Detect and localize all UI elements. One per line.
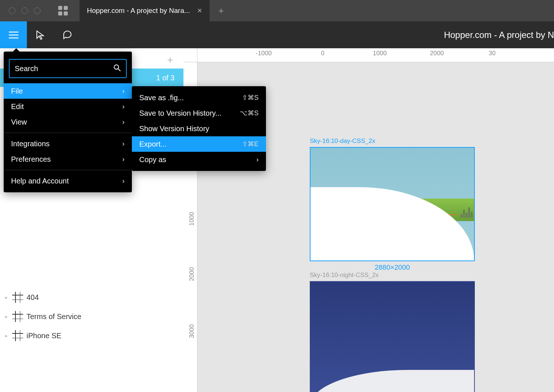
menu-search-wrap (4, 55, 132, 83)
chevron-right-icon: › (122, 155, 125, 163)
menu-item-label: File (11, 87, 23, 95)
add-page-button[interactable]: + (167, 54, 173, 66)
layers-list: ▸ 404 ▸ Terms of Service ▸ iPhone SE (0, 288, 183, 392)
frame-sky-day[interactable]: Sky-16:10-day-CSS_2x 2880×2000 (310, 147, 475, 261)
svg-point-3 (114, 65, 119, 69)
frame-label[interactable]: Sky-16:10-day-CSS_2x (310, 137, 375, 145)
menu-item-file[interactable]: File › (4, 83, 132, 99)
ruler-tick: 2000 (430, 50, 444, 57)
frame-icon (13, 312, 22, 321)
menu-item-label: Help and Account (11, 177, 69, 185)
submenu-item-label: Copy as (139, 155, 166, 164)
document-tab-title: Hopper.com - A project by Nara... (87, 7, 190, 15)
comment-icon (62, 30, 73, 40)
ruler-tick: 2000 (188, 267, 196, 281)
submenu-item-save-fig[interactable]: Save as .fig... ⇧⌘S (132, 90, 266, 105)
comment-tool-button[interactable] (54, 21, 81, 48)
menu-item-view[interactable]: View › (4, 114, 132, 130)
ruler-corner (183, 48, 197, 62)
layer-item[interactable]: ▸ 404 (0, 288, 183, 307)
keyboard-shortcut: ⇧⌘S (242, 94, 259, 102)
submenu-item-label: Export... (139, 140, 166, 148)
cursor-icon (36, 30, 45, 40)
submenu-item-copy-as[interactable]: Copy as › (132, 152, 266, 167)
file-submenu: Save as .fig... ⇧⌘S Save to Version Hist… (132, 86, 266, 171)
layer-item[interactable]: ▸ iPhone SE (0, 326, 183, 345)
document-tab[interactable]: Hopper.com - A project by Nara... × (80, 0, 210, 21)
menu-item-label: Integrations (11, 140, 50, 148)
chevron-right-icon[interactable]: ▸ (5, 333, 9, 339)
submenu-item-label: Save to Version History... (139, 109, 221, 118)
menu-item-preferences[interactable]: Preferences › (4, 151, 132, 167)
layer-label: iPhone SE (27, 332, 62, 340)
search-icon (113, 64, 121, 71)
close-window-icon[interactable] (9, 7, 15, 14)
chevron-right-icon: › (122, 87, 125, 95)
frame-label[interactable]: Sky-16:10-night-CSS_2x (310, 272, 379, 279)
layer-label: Terms of Service (27, 312, 81, 321)
menu-item-label: View (11, 118, 27, 126)
ruler-horizontal: -1000 0 1000 2000 30 (197, 48, 554, 62)
frame-sky-night[interactable]: Sky-16:10-night-CSS_2x (310, 281, 475, 392)
frame-icon (13, 293, 22, 302)
maximize-window-icon[interactable] (34, 7, 41, 14)
move-tool-button[interactable] (27, 21, 54, 48)
menu-search-input[interactable] (9, 59, 127, 78)
menu-item-edit[interactable]: Edit › (4, 99, 132, 114)
main-menu-button[interactable] (0, 21, 27, 48)
ruler-tick: 1000 (373, 50, 387, 57)
menu-item-integrations[interactable]: Integrations › (4, 136, 132, 151)
submenu-item-show-version[interactable]: Show Version History (132, 121, 266, 136)
clouds-illustration (311, 187, 474, 260)
page-indicator-label: 1 of 3 (156, 74, 175, 82)
chevron-right-icon: › (122, 140, 125, 148)
ruler-tick: -1000 (256, 50, 271, 57)
menu-item-help[interactable]: Help and Account › (4, 173, 132, 189)
home-grid-icon[interactable] (58, 6, 68, 15)
city-illustration (460, 207, 473, 218)
main-menu-dropdown: File › Edit › View › Integrations › Pref… (4, 52, 132, 192)
ruler-tick: 0 (321, 50, 324, 57)
menu-separator (4, 133, 132, 133)
new-tab-button[interactable]: + (210, 5, 233, 17)
ruler-tick: 1000 (188, 212, 196, 226)
ruler-tick: 3000 (188, 324, 196, 338)
chevron-right-icon[interactable]: ▸ (5, 314, 9, 319)
layer-item[interactable]: ▸ Terms of Service (0, 307, 183, 326)
ruler-tick: 30 (489, 50, 496, 57)
chevron-right-icon: › (256, 156, 259, 164)
window-tabbar: Hopper.com - A project by Nara... × + (0, 0, 554, 21)
menu-item-label: Preferences (11, 155, 51, 164)
frame-content (310, 281, 475, 392)
submenu-item-export[interactable]: Export... ⇧⌘E (132, 136, 266, 152)
chevron-right-icon[interactable]: ▸ (5, 294, 9, 300)
svg-line-4 (118, 69, 120, 71)
frame-content (310, 147, 475, 261)
minimize-window-icon[interactable] (21, 7, 28, 14)
chevron-right-icon: › (122, 103, 125, 111)
clouds-illustration (311, 370, 474, 392)
toolbar: Hopper.com - A project by N (0, 21, 554, 48)
submenu-item-label: Save as .fig... (139, 94, 184, 102)
menu-item-label: Edit (11, 102, 24, 111)
hamburger-icon (9, 31, 18, 39)
layer-label: 404 (27, 293, 39, 302)
submenu-item-save-version[interactable]: Save to Version History... ⌥⌘S (132, 105, 266, 121)
document-title: Hopper.com - A project by N (444, 30, 554, 40)
close-tab-icon[interactable]: × (197, 6, 202, 15)
chevron-right-icon: › (122, 118, 125, 126)
window-controls (0, 7, 49, 14)
chevron-right-icon: › (122, 177, 125, 185)
keyboard-shortcut: ⇧⌘E (242, 140, 259, 148)
frame-icon (13, 331, 22, 340)
menu-separator (4, 170, 132, 170)
frame-dimensions: 2880×2000 (375, 263, 410, 272)
submenu-item-label: Show Version History (139, 125, 209, 133)
keyboard-shortcut: ⌥⌘S (240, 109, 259, 117)
